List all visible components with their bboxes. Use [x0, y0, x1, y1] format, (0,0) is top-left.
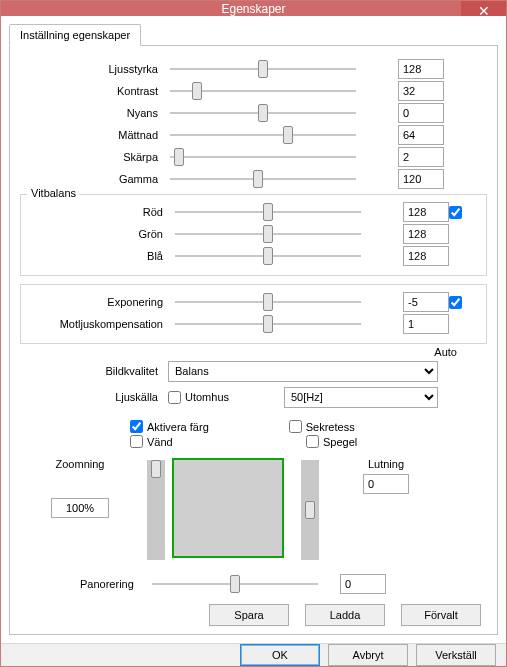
flip-checkbox[interactable] [130, 435, 143, 448]
color-on-checkbox-wrap[interactable]: Aktivera färg [130, 420, 209, 433]
green-label: Grön [25, 228, 173, 240]
flip-label: Vänd [147, 436, 173, 448]
brightness-slider[interactable] [170, 68, 356, 70]
mirror-checkbox[interactable] [306, 435, 319, 448]
color-on-label: Aktivera färg [147, 421, 209, 433]
red-slider[interactable] [175, 211, 361, 213]
mirror-label: Spegel [323, 436, 357, 448]
outdoor-label: Utomhus [185, 391, 229, 403]
backlight-label: Motljuskompensation [25, 318, 173, 330]
apply-button[interactable]: Verkställ [416, 644, 496, 666]
sharpness-value[interactable] [398, 147, 444, 167]
zoom-slider[interactable] [147, 460, 165, 560]
exposure-slider[interactable] [175, 301, 361, 303]
pan-value[interactable] [340, 574, 386, 594]
privacy-checkbox-wrap[interactable]: Sekretess [289, 420, 355, 433]
exposure-group: Exponering Motljuskompensation [20, 284, 487, 344]
hue-value[interactable] [398, 103, 444, 123]
contrast-label: Kontrast [20, 85, 168, 97]
mirror-checkbox-wrap[interactable]: Spegel [306, 435, 357, 448]
hue-label: Nyans [20, 107, 168, 119]
outdoor-checkbox[interactable] [168, 391, 181, 404]
quality-select[interactable]: Balans [168, 361, 438, 382]
default-button[interactable]: Förvalt [401, 604, 481, 626]
pan-label: Panorering [20, 578, 150, 590]
ok-button[interactable]: OK [240, 644, 320, 666]
blue-label: Blå [25, 250, 173, 262]
red-label: Röd [25, 206, 173, 218]
red-value[interactable] [403, 202, 449, 222]
exposure-label: Exponering [25, 296, 173, 308]
blue-value[interactable] [403, 246, 449, 266]
preview-box [172, 458, 284, 558]
whitebalance-auto-checkbox[interactable] [449, 206, 462, 219]
backlight-slider[interactable] [175, 323, 361, 325]
flip-checkbox-wrap[interactable]: Vänd [130, 435, 226, 448]
sharpness-slider[interactable] [170, 156, 356, 158]
dialog-footer: OK Avbryt Verkställ [1, 643, 506, 666]
tab-strip: Inställning egenskaper [9, 24, 498, 46]
cancel-button[interactable]: Avbryt [328, 644, 408, 666]
gamma-value[interactable] [398, 169, 444, 189]
tilt-value[interactable] [363, 474, 409, 494]
frequency-select[interactable]: 50[Hz] [284, 387, 438, 408]
brightness-value[interactable] [398, 59, 444, 79]
privacy-checkbox[interactable] [289, 420, 302, 433]
saturation-label: Mättnad [20, 129, 168, 141]
lightsource-label: Ljuskälla [20, 391, 168, 403]
save-button[interactable]: Spara [209, 604, 289, 626]
backlight-value[interactable] [403, 314, 449, 334]
exposure-auto-checkbox[interactable] [449, 296, 462, 309]
pan-slider[interactable] [152, 583, 318, 585]
whitebalance-legend: Vitbalans [27, 187, 80, 199]
tilt-label: Lutning [326, 458, 446, 470]
tilt-slider[interactable] [301, 460, 319, 560]
tab-settings[interactable]: Inställning egenskaper [9, 24, 141, 46]
load-button[interactable]: Ladda [305, 604, 385, 626]
hue-slider[interactable] [170, 112, 356, 114]
green-value[interactable] [403, 224, 449, 244]
quality-label: Bildkvalitet [20, 365, 168, 377]
auto-column-label: Auto [20, 346, 487, 358]
contrast-slider[interactable] [170, 90, 356, 92]
green-slider[interactable] [175, 233, 361, 235]
gamma-label: Gamma [20, 173, 168, 185]
properties-window: Egenskaper ✕ Inställning egenskaper Ljus… [0, 0, 507, 667]
blue-slider[interactable] [175, 255, 361, 257]
contrast-value[interactable] [398, 81, 444, 101]
sharpness-label: Skärpa [20, 151, 168, 163]
titlebar: Egenskaper ✕ [1, 1, 506, 16]
gamma-slider[interactable] [170, 178, 356, 180]
privacy-label: Sekretess [306, 421, 355, 433]
saturation-slider[interactable] [170, 134, 356, 136]
preset-button-row: Spara Ladda Förvalt [20, 604, 487, 626]
saturation-value[interactable] [398, 125, 444, 145]
ptz-area: Zoomning 100% Lutning [20, 458, 487, 568]
zoom-label: Zoomning [20, 458, 140, 470]
brightness-label: Ljusstyrka [20, 63, 168, 75]
window-body: Inställning egenskaper Ljusstyrka Kontra… [1, 16, 506, 643]
window-title: Egenskaper [221, 2, 285, 16]
exposure-value[interactable] [403, 292, 449, 312]
zoom-value: 100% [51, 498, 109, 518]
tab-panel: Ljusstyrka Kontrast Nyans Mättnad Skärpa [9, 45, 498, 635]
color-on-checkbox[interactable] [130, 420, 143, 433]
whitebalance-group: Vitbalans Röd Grön Blå [20, 194, 487, 276]
